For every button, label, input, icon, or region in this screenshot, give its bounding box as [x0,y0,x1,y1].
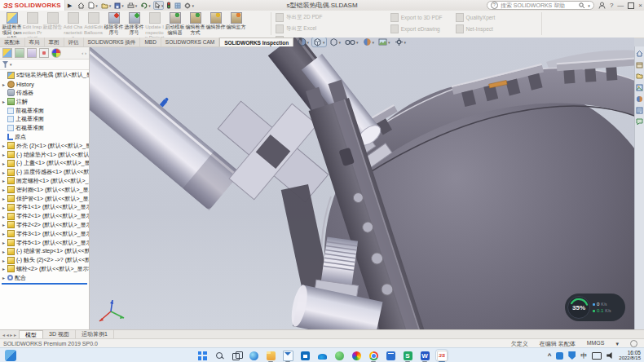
expand-arrow-icon[interactable]: ▸ [2,249,6,254]
tray-overflow-chevron[interactable]: ^ [548,352,552,360]
ribbon-tab-8[interactable]: SOLIDWORKS Inspection [219,38,293,46]
units-dropdown-arrow[interactable]: ▾ [615,341,619,347]
display-style-icon[interactable]: ▾ [329,38,342,46]
expand-arrow-icon[interactable]: ▸ [2,240,6,245]
dimxpert-manager-tab[interactable] [39,48,49,58]
ime-indicator[interactable]: 中 [580,351,587,360]
expand-arrow-icon[interactable]: ▸ [2,214,6,219]
tree-item[interactable]: ▸固定螺栓<1> (默认<<默认>_显示 [0,177,89,186]
ribbon-button-add-characteristic[interactable]: Add Characteristic [63,11,83,41]
tree-item[interactable]: ▸零件5<1> (默认<<默认>_显示状 [0,238,89,247]
ribbon-button-edit-operations[interactable]: 编辑操作 [205,11,226,38]
expand-arrow-icon[interactable]: ▸ [2,231,6,236]
export-item[interactable]: Export eDrawing [390,24,443,33]
view-settings-icon[interactable]: ▾ [394,38,408,46]
ribbon-button-remove-balloon[interactable]: 移除零件序号 [104,11,124,38]
rebuild-traffic-light-button[interactable] [166,2,171,9]
tree-item[interactable]: ▸零件2<2> (默认<<默认>_显示状 [0,221,89,230]
ribbon-tab-2[interactable]: 布局 [25,38,45,46]
settings-grid-button[interactable] [174,2,181,9]
tree-item[interactable]: ▸(-) 温度传感器<1> (默认<<默认>_ [0,168,89,177]
tree-item[interactable]: 原点 [0,133,89,142]
tree-item[interactable]: 右视基准面 [0,124,89,133]
undo-button[interactable]: ▾ [140,2,151,9]
tree-item[interactable]: ▸零件3<1> (默认<<默认>_显示状 [0,229,89,238]
expand-arrow-icon[interactable]: ▸ [2,266,6,272]
ribbon-button-select-balloon[interactable]: 选择零件序号 [124,11,144,38]
tree-item[interactable]: ▸密封圈<1> (默认<<默认>_显示状 [0,185,89,194]
export-item[interactable]: QualityXpert [456,13,496,22]
expand-arrow-icon[interactable]: ▸ [2,178,6,183]
ribbon-button-edit-project[interactable]: Edit Inspection Project [22,11,42,41]
tree-item[interactable]: 上视基准面 [0,115,89,124]
tree-item[interactable]: ▸零件2<1> (默认<<默认>_显示状 [0,212,89,221]
taskbar-app-green-app[interactable] [333,350,345,361]
security-shield-icon[interactable] [568,351,576,360]
options-gear-button[interactable]: ▾ [184,2,194,9]
ribbon-button-add-edit-balloons[interactable]: Add/Edit Balloons [83,11,104,38]
new-document-button[interactable]: ▾ [88,2,98,9]
home-tab-icon[interactable] [636,49,644,57]
status-item-3[interactable]: MMGS [587,340,605,348]
tree-item[interactable]: ▸螺栓<2> (默认<<默认>_显示状态 [0,265,89,274]
search-scope-dropdown-icon[interactable]: ▾ [588,3,590,8]
appearances-icon[interactable] [636,95,644,103]
user-account-icon[interactable] [598,2,606,9]
ribbon-button-template-editor[interactable]: 启动模板编辑器 [165,11,185,38]
filter-dropdown-icon[interactable]: ▾ [10,62,12,67]
ribbon-tab-3[interactable]: 草图 [45,38,64,46]
expand-arrow-icon[interactable]: ▸ [2,82,6,87]
forum-icon[interactable] [636,117,644,126]
display-manager-tab[interactable] [51,48,61,58]
expand-arrow-icon[interactable]: ▸ [2,161,6,166]
property-manager-tab[interactable] [15,48,24,58]
export-item[interactable]: Net-Inspect [456,24,496,33]
expand-arrow-icon[interactable]: ▸ [2,222,6,227]
display-tray-icon[interactable] [592,352,602,360]
help-button[interactable]: ? [610,1,613,10]
expand-arrow-icon[interactable]: ▸ [2,205,6,210]
viewport-3d[interactable]: ▾ ▾ ▾ ▾ ▾ ▾ ▾ ▾ 35% 0 K/s [90,38,634,329]
select-cursor-button[interactable]: ▾ [154,2,164,9]
apply-scene-icon[interactable]: ▾ [377,38,391,46]
taskbar-app-w-app[interactable]: W [419,350,430,361]
tree-item[interactable]: ▸注解 [0,97,89,106]
expand-arrow-icon[interactable]: ▸ [2,99,6,104]
custom-properties-icon[interactable] [636,106,644,114]
taskbar-app-chrome[interactable] [368,350,379,361]
ribbon-tab-7[interactable]: SOLIDWORKS CAM [161,38,219,46]
widgets-button[interactable] [5,350,16,361]
view-orientation-cube-icon[interactable]: ▾ [312,38,326,46]
ribbon-button-new-report[interactable]: 新建报告 [42,11,63,38]
taskbar-app-file-explorer[interactable] [265,350,276,361]
expand-arrow-icon[interactable]: ▸ [2,275,6,280]
taskbar-app-s-app[interactable]: S [402,350,413,361]
taskbar-app-search[interactable] [214,350,225,361]
tree-item[interactable]: ▸(-) 上盖<1> (默认<<默认>_显示状 [0,159,89,168]
ribbon-button-edit-monitor[interactable]: 编辑监方 [226,11,246,38]
taskbar-app-notes-app[interactable] [385,350,396,361]
filter-funnel-icon[interactable] [2,61,8,68]
close-button[interactable]: × [638,1,642,10]
tree-item[interactable]: ▸外壳 (2)<1> (默认<<默认>_显示状 [0,141,89,150]
file-explorer-icon[interactable] [636,72,644,80]
ribbon-tab-5[interactable]: SOLIDWORKS 插件 [84,38,141,46]
volume-icon[interactable] [607,352,614,359]
ribbon-tab-1[interactable]: 装配体 [0,38,25,46]
ribbon-tab-4[interactable]: 评估 [64,38,84,46]
net-speed-overlay[interactable]: 35% 0 K/s 0.1 K/s [565,294,625,321]
expand-arrow-icon[interactable]: ▸ [2,258,6,263]
taskbar-clock[interactable]: 16:05 2022/8/15 [619,350,641,361]
print-button[interactable]: ▾ [127,2,138,9]
section-view-icon[interactable]: ▾ [297,38,311,46]
open-button[interactable]: ▾ [101,2,112,9]
design-library-icon[interactable] [636,60,644,68]
tree-item[interactable]: ▸(-) 绝缘管.step<1> (默认<<默认) [0,247,89,256]
export-item[interactable]: 导出至 Excel [276,24,377,33]
taskbar-app-onedrive[interactable] [316,350,328,361]
feature-tree-tab[interactable] [2,48,12,58]
taskbar-app-store[interactable] [299,350,311,361]
taskbar-app-solidworks[interactable]: ЗS [436,350,448,361]
tree-item[interactable]: ▸零件1<1> (默认<<默认>_显示状态 [0,203,89,212]
tree-item[interactable]: ▸(-) 触头 (2)<2> ->? (默认<<默认 [0,256,89,265]
